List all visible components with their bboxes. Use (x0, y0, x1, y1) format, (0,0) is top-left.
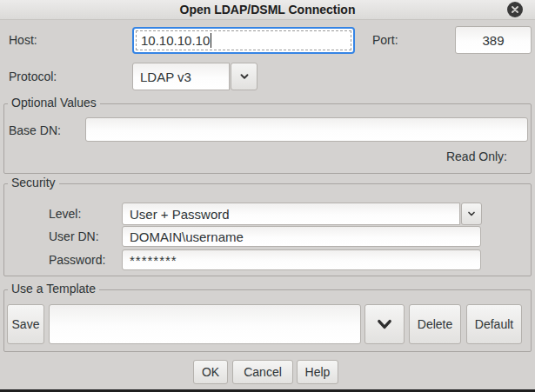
security-title: Security (8, 176, 59, 189)
level-combo[interactable]: User + Password (122, 203, 460, 225)
password-input[interactable]: ******** (122, 249, 481, 270)
level-dropdown-button[interactable] (461, 203, 482, 225)
host-label: Host: (9, 33, 37, 47)
port-label: Port: (372, 33, 398, 47)
host-value: 10.10.10.10 (141, 33, 210, 48)
password-label: Password: (49, 253, 105, 267)
template-dropdown-button[interactable] (364, 304, 405, 344)
protocol-label: Protocol: (9, 70, 57, 83)
window-title: Open LDAP/DSML Connection (0, 3, 535, 17)
cancel-button[interactable]: Cancel (232, 360, 293, 384)
read-only-label: Read Only: (446, 149, 507, 163)
chevron-down-icon (238, 70, 251, 83)
user-dn-input[interactable]: DOMAIN\username (122, 226, 481, 247)
save-button[interactable]: Save (7, 304, 44, 344)
default-button[interactable]: Default (466, 304, 522, 344)
text-cursor (211, 33, 211, 48)
close-button[interactable] (507, 2, 523, 17)
protocol-dropdown-button[interactable] (231, 63, 257, 90)
ok-button[interactable]: OK (193, 360, 228, 384)
help-button[interactable]: Help (297, 360, 338, 384)
host-input[interactable]: 10.10.10.10 (132, 27, 355, 54)
base-dn-input[interactable] (85, 117, 528, 142)
template-title: Use a Template (8, 282, 99, 296)
chevron-down-icon (375, 315, 394, 334)
chevron-down-icon (466, 209, 477, 219)
delete-button[interactable]: Delete (409, 304, 461, 344)
close-icon (511, 5, 519, 14)
open-ldap-connection-dialog: Open LDAP/DSML Connection Host: 10.10.10… (0, 0, 535, 392)
optional-values-title: Optional Values (8, 96, 100, 110)
template-combo-input[interactable] (49, 304, 361, 344)
base-dn-label: Base DN: (9, 123, 61, 137)
protocol-combo[interactable]: LDAP v3 (132, 63, 230, 90)
level-label: Level: (49, 207, 81, 221)
port-input[interactable]: 389 (455, 26, 532, 54)
titlebar[interactable]: Open LDAP/DSML Connection (0, 0, 535, 20)
user-dn-label: User DN: (49, 229, 99, 243)
